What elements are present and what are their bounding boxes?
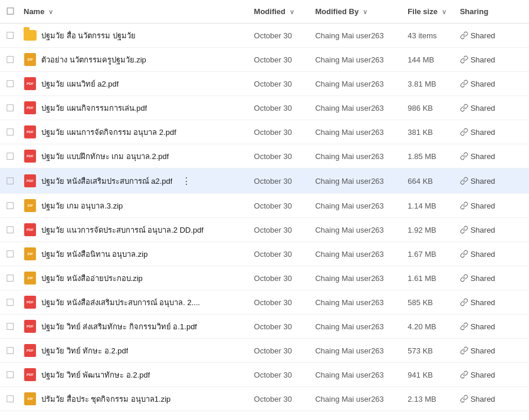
share-link-icon <box>460 298 468 306</box>
table-row[interactable]: ☐ ปฐมวัย แนวการจัดประสบการณ์ อนุบาล.2 DD… <box>0 218 529 242</box>
table-row[interactable]: ☐ ปฐมวัย สื่อ นวัตกรรม ปฐมวัย October 30… <box>0 24 529 48</box>
share-link-icon <box>460 31 468 39</box>
name-cell[interactable]: ปฐมวัย หนังสืออ่ายประกอบ.zip <box>19 266 249 290</box>
row-checkbox[interactable]: ☐ <box>0 363 19 387</box>
col-header-modified-by[interactable]: Modified By ∨ <box>310 0 403 24</box>
file-name: ปฐมวัย วิทย์ พัฒนาทักษะ อ.2.pdf <box>41 369 150 381</box>
row-checkbox[interactable]: ☐ <box>0 72 19 96</box>
sharing-label: Shared <box>471 80 495 88</box>
table-row[interactable]: ☐ ปฐมวัย แบบฝึกทักษะ เกม อนุบาล.2.pdf Oc… <box>0 144 529 168</box>
file-name: ปฐมวัย แผนการจัดกิจกรรม อนุบาล 2.pdf <box>41 126 176 138</box>
sharing-label: Shared <box>471 371 495 379</box>
pdf-icon <box>24 368 37 381</box>
name-cell[interactable]: ตัวอย่าง นวัตกรรมครูปฐมวัย.zip <box>19 48 249 72</box>
pdf-icon <box>24 77 37 90</box>
row-checkbox[interactable]: ☐ <box>0 144 19 168</box>
name-cell[interactable]: ปฐมวัย วิทย์ พัฒนาทักษะ อ.2.pdf <box>19 363 249 387</box>
table-row[interactable]: ☐ ตัวอย่าง นวัตกรรมครูปฐมวัย.zip October… <box>0 48 529 72</box>
modified-by: Chaing Mai user263 <box>310 242 403 266</box>
filesize-sort-icon: ∨ <box>442 8 446 16</box>
modified-date: October 30 <box>249 72 311 96</box>
row-checkbox[interactable]: ☐ <box>0 242 19 266</box>
table-row[interactable]: ☐ ปฐมวัย หนังสือนิทาน อนุบาล.zip October… <box>0 242 529 266</box>
sharing-status: Shared <box>455 387 529 411</box>
name-cell[interactable]: ปฐมวัย หนังสือส่งเสริมประสบการณ์ อนุบาล.… <box>19 290 249 315</box>
table-row[interactable]: ☐ ปฐมวัย วิทย์ พัฒนาทักษะ อ.2.pdf Octobe… <box>0 363 529 387</box>
row-checkbox[interactable]: ☐ <box>0 387 19 411</box>
table-row[interactable]: ☐ ปฐมวัย แผนกิจกรรมการเล่น.pdf October 3… <box>0 96 529 120</box>
name-cell[interactable]: ปฐมวัย แบบฝึกทักษะ เกม อนุบาล.2.pdf <box>19 144 249 168</box>
row-checkbox[interactable]: ☐ <box>0 24 19 48</box>
file-size: 664 KB <box>403 168 455 194</box>
table-row[interactable]: ☐ ปรัมวัย สื่อประ ชุดกิจกรรม อนุบาล1.zip… <box>0 387 529 411</box>
sharing-status: Shared <box>455 96 529 120</box>
file-name: ปฐมวัย วิทย์ ทักษะ อ.2.pdf <box>41 345 128 357</box>
row-checkbox[interactable]: ☐ <box>0 339 19 363</box>
name-cell[interactable]: ปฐมวัย หนังสือเสริมประสบการณ์ a2.pdf ⋮ <box>19 168 249 194</box>
row-checkbox[interactable]: ☐ <box>0 315 19 339</box>
zip-icon <box>24 199 37 212</box>
row-checkbox[interactable]: ☐ <box>0 96 19 120</box>
zip-icon <box>24 53 37 66</box>
table-row[interactable]: ☐ ปฐมวัย แผนวิทย์ a2.pdf October 30 Chai… <box>0 72 529 96</box>
row-checkbox[interactable]: ☐ <box>0 48 19 72</box>
file-size: 1.92 MB <box>403 218 455 242</box>
name-cell[interactable]: ปฐมวัย แผนการจัดกิจกรรม อนุบาล 2.pdf <box>19 120 249 144</box>
table-row[interactable]: ☐ ปฐมวัย หนังสือส่งเสริมประสบการณ์ อนุบา… <box>0 290 529 315</box>
file-name: ปฐมวัย หนังสือเสริมประสบการณ์ a2.pdf <box>41 175 172 187</box>
name-cell[interactable]: ปฐมวัย สื่อ นวัตกรรม ปฐมวัย <box>19 24 249 48</box>
name-cell[interactable]: ปฐมวัย หนังสือนิทาน อนุบาล.zip <box>19 242 249 266</box>
name-cell[interactable]: ปฐมวัย วิทย์ ส่งเสริมทักษะ กิจกรรมวิทย์ … <box>19 315 249 339</box>
share-link-icon <box>460 177 468 185</box>
col-header-name[interactable]: Name ∨ <box>19 0 249 24</box>
modified-date: October 30 <box>249 96 311 120</box>
name-cell[interactable]: ปฐมวัย แผนกิจกรรมการเล่น.pdf <box>19 96 249 120</box>
select-all-checkbox[interactable]: ☐ <box>0 0 19 24</box>
share-link-icon <box>460 250 468 258</box>
sharing-label: Shared <box>471 226 495 234</box>
modified-by: Chaing Mai user263 <box>310 387 403 411</box>
more-options-button[interactable]: ⋮ <box>179 174 193 188</box>
file-size: 3.81 MB <box>403 72 455 96</box>
modified-by-sort-icon: ∨ <box>363 8 367 16</box>
table-row[interactable]: ☐ ปฐมวัย แผนการจัดกิจกรรม อนุบาล 2.pdf O… <box>0 120 529 144</box>
row-checkbox[interactable]: ☐ <box>0 218 19 242</box>
name-cell[interactable]: ปฐมวัย วิทย์ ทักษะ อ.2.pdf <box>19 339 249 363</box>
pdf-icon <box>24 223 37 236</box>
modified-date: October 30 <box>249 242 311 266</box>
file-size: 381 KB <box>403 120 455 144</box>
col-header-modified[interactable]: Modified ∨ <box>249 0 311 24</box>
modified-date: October 30 <box>249 168 311 194</box>
name-cell[interactable]: ปฐมวัย แนวการจัดประสบการณ์ อนุบาล.2 DD.p… <box>19 218 249 242</box>
modified-sort-icon: ∨ <box>290 8 294 16</box>
modified-date: October 30 <box>249 266 311 290</box>
row-checkbox[interactable]: ☐ <box>0 194 19 218</box>
pdf-icon <box>24 174 37 187</box>
pdf-icon <box>24 296 37 309</box>
name-cell[interactable]: ปฐมวัย แผนวิทย์ a2.pdf <box>19 72 249 96</box>
name-cell[interactable]: ปฐมวัย เกม อนุบาล.3.zip <box>19 194 249 218</box>
row-checkbox[interactable]: ☐ <box>0 168 19 194</box>
modified-by: Chaing Mai user263 <box>310 218 403 242</box>
table-row[interactable]: ☐ ปฐมวัย เกม อนุบาล.3.zip October 30 Cha… <box>0 194 529 218</box>
table-row[interactable]: ☐ ปฐมวัย หนังสือเสริมประสบการณ์ a2.pdf ⋮… <box>0 168 529 194</box>
sharing-status: Shared <box>455 144 529 168</box>
modified-by: Chaing Mai user263 <box>310 96 403 120</box>
sharing-label: Shared <box>471 128 495 137</box>
table-row[interactable]: ☐ ปฐมวัย วิทย์ ส่งเสริมทักษะ กิจกรรมวิทย… <box>0 315 529 339</box>
row-checkbox[interactable]: ☐ <box>0 290 19 315</box>
col-header-filesize[interactable]: File size ∨ <box>403 0 455 24</box>
row-checkbox[interactable]: ☐ <box>0 266 19 290</box>
sharing-status: Shared <box>455 48 529 72</box>
sharing-label: Shared <box>471 152 495 161</box>
row-checkbox[interactable]: ☐ <box>0 120 19 144</box>
table-row[interactable]: ☐ ปฐมวัย วิทย์ ทักษะ อ.2.pdf October 30 … <box>0 339 529 363</box>
modified-date: October 30 <box>249 48 311 72</box>
modified-by: Chaing Mai user263 <box>310 24 403 48</box>
col-header-sharing: Sharing <box>455 0 529 24</box>
sharing-label: Shared <box>471 346 495 355</box>
table-row[interactable]: ☐ ปฐมวัย หนังสืออ่ายประกอบ.zip October 3… <box>0 266 529 290</box>
modified-by: Chaing Mai user263 <box>310 266 403 290</box>
name-cell[interactable]: ปรัมวัย สื่อประ ชุดกิจกรรม อนุบาล1.zip <box>19 387 249 411</box>
modified-date: October 30 <box>249 315 311 339</box>
